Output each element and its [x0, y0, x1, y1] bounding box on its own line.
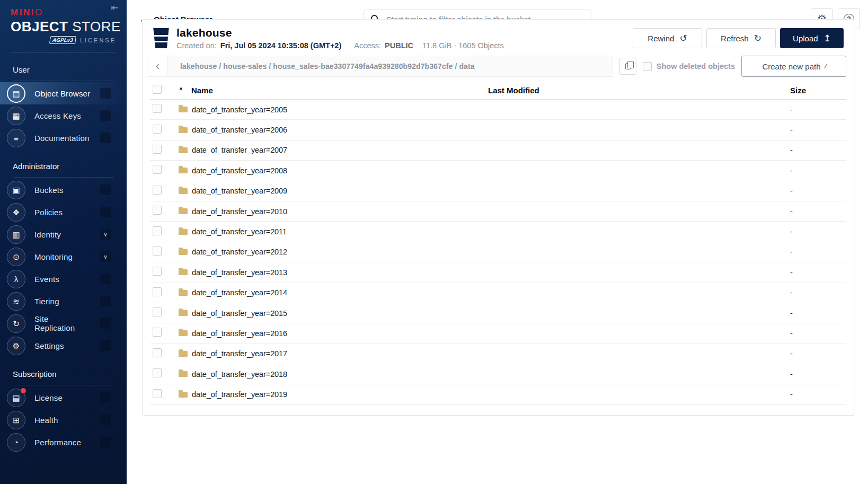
copy-path-button[interactable]	[619, 58, 636, 75]
sidebar-item-license[interactable]: ▤ License	[0, 386, 127, 409]
chevron-down-icon[interactable]	[100, 296, 111, 306]
row-checkbox[interactable]	[153, 348, 162, 357]
row-checkbox[interactable]	[153, 104, 162, 113]
path-back-button[interactable]: ‹	[148, 56, 167, 76]
object-name[interactable]: date_of_transfer_year=2013	[192, 268, 287, 277]
refresh-button[interactable]: Refresh ↻	[706, 28, 776, 48]
row-checkbox[interactable]	[153, 145, 162, 154]
row-checkbox[interactable]	[153, 307, 162, 316]
object-name[interactable]: date_of_transfer_year=2009	[192, 187, 287, 195]
buckets-icon: ▣	[7, 181, 25, 199]
created-on-value: Fri, Jul 05 2024 10:35:08 (GMT+2)	[220, 41, 341, 50]
object-name[interactable]: date_of_transfer_year=2006	[192, 126, 287, 134]
row-checkbox[interactable]	[153, 206, 162, 215]
table-row[interactable]: date_of_transfer_year=2005 -	[150, 100, 846, 120]
object-name[interactable]: date_of_transfer_year=2008	[192, 166, 287, 175]
sidebar-item-buckets[interactable]: ▣ Buckets	[0, 179, 127, 201]
sidebar-item-label: Events	[34, 275, 59, 284]
chevron-down-icon[interactable]	[100, 207, 111, 217]
sidebar-item-tiering[interactable]: ≋ Tiering	[0, 290, 127, 312]
sidebar-item-health[interactable]: ⊞ Health	[0, 409, 127, 431]
table-row[interactable]: date_of_transfer_year=2008 -	[150, 161, 846, 181]
object-name[interactable]: date_of_transfer_year=2014	[192, 288, 287, 297]
chevron-down-icon[interactable]	[100, 133, 111, 143]
chevron-down-icon[interactable]	[100, 184, 111, 195]
path-toolbar: ‹ lakehouse / house-sales / house_sales-…	[148, 56, 846, 77]
table-row[interactable]: date_of_transfer_year=2013 -	[150, 262, 846, 283]
table-row[interactable]: date_of_transfer_year=2015 -	[150, 303, 846, 323]
monitoring-icon: ⊙	[7, 248, 25, 266]
row-checkbox[interactable]	[153, 186, 162, 195]
breadcrumb-path[interactable]: lakehouse / house-sales / house_sales-ba…	[167, 62, 475, 71]
create-new-path-button[interactable]: Create new path ∕∕	[741, 56, 846, 77]
chevron-down-icon[interactable]	[100, 110, 111, 121]
object-name[interactable]: date_of_transfer_year=2015	[192, 309, 287, 318]
upload-button[interactable]: Upload ↥	[780, 28, 844, 48]
table-row[interactable]: date_of_transfer_year=2010 -	[150, 201, 846, 222]
sidebar-item-documentation[interactable]: ≡ Documentation	[0, 127, 127, 149]
copy-icon	[625, 63, 631, 69]
object-name[interactable]: date_of_transfer_year=2019	[192, 390, 287, 399]
show-deleted-toggle: Show deleted objects	[643, 62, 735, 71]
collapse-sidebar-icon[interactable]: ⇤	[111, 3, 118, 13]
row-checkbox[interactable]	[153, 267, 162, 276]
chevron-down-icon[interactable]	[100, 274, 111, 284]
table-row[interactable]: date_of_transfer_year=2009 -	[150, 181, 846, 201]
bucket-icon	[153, 28, 170, 48]
show-deleted-checkbox[interactable]	[643, 62, 652, 71]
chevron-down-icon[interactable]: ∨	[100, 251, 111, 262]
sidebar-item-object-browser[interactable]: ▤ Object Browser	[0, 82, 127, 104]
table-row[interactable]: date_of_transfer_year=2019 -	[150, 384, 846, 404]
chevron-down-icon[interactable]	[100, 318, 111, 329]
sidebar-item-label: Access Keys	[34, 111, 81, 120]
object-name[interactable]: date_of_transfer_year=2016	[192, 329, 287, 338]
chevron-down-icon[interactable]	[100, 340, 111, 351]
row-checkbox[interactable]	[153, 287, 162, 296]
table-row[interactable]: date_of_transfer_year=2014 -	[150, 283, 846, 303]
column-header-size[interactable]: Size	[790, 86, 846, 95]
sidebar-item-access-keys[interactable]: ▦ Access Keys	[0, 104, 127, 127]
sidebar-item-site-replication[interactable]: ↻ Site Replication	[0, 312, 127, 335]
row-checkbox[interactable]	[153, 165, 162, 174]
object-name[interactable]: date_of_transfer_year=2017	[192, 349, 287, 358]
rewind-icon: ↺	[679, 34, 687, 43]
table-row[interactable]: date_of_transfer_year=2006 -	[150, 120, 846, 140]
sidebar-item-settings[interactable]: ⚙ Settings	[0, 335, 127, 357]
sidebar-item-policies[interactable]: ❖ Policies	[0, 201, 127, 223]
row-checkbox[interactable]	[153, 125, 162, 134]
object-name[interactable]: date_of_transfer_year=2011	[192, 227, 287, 236]
table-row[interactable]: date_of_transfer_year=2017 -	[150, 344, 846, 364]
table-row[interactable]: date_of_transfer_year=2011 -	[150, 222, 846, 242]
object-name[interactable]: date_of_transfer_year=2012	[192, 248, 287, 256]
row-checkbox[interactable]	[153, 368, 162, 377]
rewind-button[interactable]: Rewind ↺	[633, 28, 702, 48]
row-checkbox[interactable]	[153, 247, 162, 256]
row-checkbox[interactable]	[153, 226, 162, 235]
object-name[interactable]: date_of_transfer_year=2007	[192, 146, 287, 154]
column-header-last-modified[interactable]: Last Modified	[488, 86, 790, 95]
sidebar-item-performance[interactable]: ◔ Performance	[0, 431, 127, 453]
site-replication-icon: ↻	[7, 314, 25, 333]
object-name[interactable]: date_of_transfer_year=2005	[192, 105, 287, 114]
sidebar-item-events[interactable]: λ Events	[0, 268, 127, 290]
chevron-down-icon[interactable]: ∨	[100, 229, 111, 240]
object-name[interactable]: date_of_transfer_year=2010	[192, 207, 287, 216]
sidebar-item-identity[interactable]: ▥ Identity ∨	[0, 223, 127, 245]
events-icon: λ	[7, 270, 25, 288]
select-all-checkbox[interactable]	[153, 85, 162, 94]
chevron-down-icon[interactable]	[100, 415, 111, 425]
chevron-down-icon[interactable]	[100, 88, 111, 99]
chevron-down-icon[interactable]	[100, 437, 111, 447]
row-checkbox[interactable]	[153, 328, 162, 337]
object-name[interactable]: date_of_transfer_year=2018	[192, 370, 287, 379]
table-row[interactable]: date_of_transfer_year=2012 -	[150, 242, 846, 262]
chevron-down-icon[interactable]	[100, 392, 111, 403]
table-row[interactable]: date_of_transfer_year=2018 -	[150, 364, 846, 384]
column-header-name[interactable]: ▲ Name	[174, 86, 488, 95]
logo-divider	[11, 52, 116, 52]
folder-icon	[179, 249, 188, 255]
table-row[interactable]: date_of_transfer_year=2016 -	[150, 323, 846, 344]
table-row[interactable]: date_of_transfer_year=2007 -	[150, 140, 846, 161]
sidebar-item-monitoring[interactable]: ⊙ Monitoring ∨	[0, 245, 127, 268]
row-checkbox[interactable]	[153, 389, 162, 398]
